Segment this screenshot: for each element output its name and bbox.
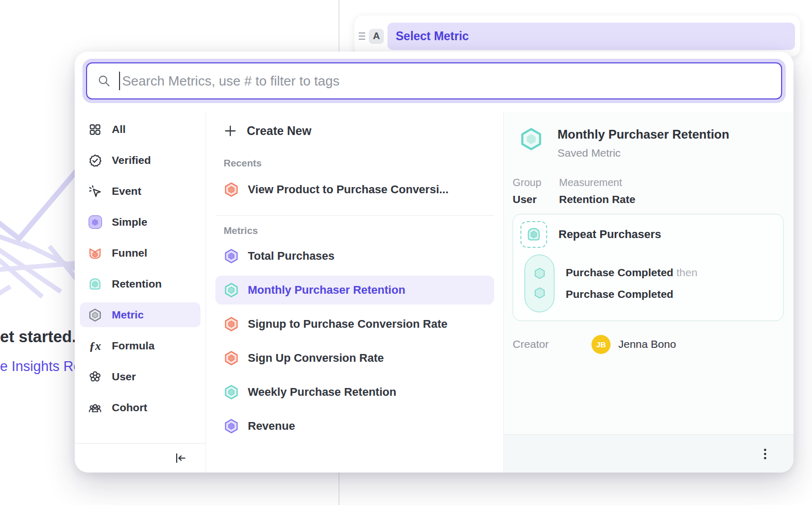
search-input[interactable]: Search Metrics, use # to filter to tags [86, 62, 782, 99]
creator-name: Jenna Bono [618, 338, 676, 350]
sidebar-item-metric[interactable]: Metric [80, 302, 200, 327]
retention-metric-hexagon-icon [224, 282, 239, 298]
step-hexagon-icon [533, 267, 546, 280]
recent-metric-item[interactable]: View Product to Purchase Conversi... [215, 175, 494, 204]
collapse-sidebar-icon[interactable] [174, 451, 187, 465]
step-capsule [525, 255, 554, 312]
metric-list-column: Create New Recents View Product to Purch… [206, 112, 504, 473]
retention-behavior-icon [526, 227, 542, 242]
list-item-label: View Product to Purchase Conversi... [248, 183, 449, 196]
sidebar-item-verified[interactable]: Verified [80, 148, 200, 173]
kebab-menu-icon[interactable] [759, 447, 771, 461]
metric-hexagon-icon [88, 308, 102, 322]
creator-label: Creator [513, 338, 591, 350]
background-partial-heading: et started. [0, 328, 76, 346]
details-title: Monthly Purchaser Retention [557, 127, 729, 142]
behavior-dashed-box [520, 221, 547, 248]
measurement-label: Measurement [559, 177, 635, 189]
saved-metric-hexagon-icon [519, 127, 543, 151]
recents-section-label: Recents [215, 158, 494, 169]
grid-icon [88, 123, 102, 137]
metric-picker-modal: Search Metrics, use # to filter to tags … [75, 52, 793, 473]
event-cursor-icon [88, 184, 102, 198]
list-item-label: Weekly Purchase Retention [248, 385, 396, 399]
list-item-label: Total Purchases [248, 249, 334, 263]
details-footer [504, 434, 793, 473]
list-item-label: Revenue [248, 419, 295, 433]
sidebar-item-formula[interactable]: ƒx Formula [80, 333, 200, 358]
funnel-metric-hexagon-icon [224, 182, 239, 197]
group-label: Group [513, 177, 559, 189]
sidebar-item-funnel[interactable]: Funnel [80, 241, 200, 265]
list-item-label: Monthly Purchaser Retention [248, 283, 405, 297]
creator-avatar: JB [591, 335, 611, 354]
behavior-name: Repeat Purchasers [559, 228, 661, 241]
cohort-people-icon [88, 401, 102, 415]
step-connector: then [676, 266, 698, 278]
sidebar-item-simple[interactable]: Simple [80, 210, 200, 234]
step-event-2: Purchase Completed [566, 288, 698, 300]
list-item-label: Signup to Purchase Conversion Rate [248, 317, 448, 331]
creator-row: Creator JB Jenna Bono [504, 335, 793, 354]
funnel-metric-hexagon-icon [224, 350, 239, 366]
sidebar-item-label: Retention [112, 278, 162, 290]
details-header: Monthly Purchaser Retention Saved Metric [504, 127, 793, 159]
series-letter-badge[interactable]: A [369, 29, 384, 44]
metric-details-panel: Monthly Purchaser Retention Saved Metric… [504, 112, 793, 473]
list-divider [215, 215, 494, 216]
step-event-1: Purchase Completed then [566, 266, 698, 279]
retention-metric-hexagon-icon [224, 384, 239, 400]
sidebar-footer [75, 443, 206, 473]
create-new-label: Create New [247, 124, 311, 138]
simple-metric-hexagon-icon [224, 418, 239, 434]
search-icon [97, 74, 111, 88]
sidebar-item-all[interactable]: All [80, 117, 200, 142]
simple-hexagon-icon [88, 215, 102, 229]
details-meta: Group User Measurement Retention Rate [504, 177, 793, 206]
sidebar-item-label: User [112, 371, 136, 383]
sidebar-item-event[interactable]: Event [80, 179, 200, 204]
select-metric-button[interactable]: Select Metric [387, 23, 795, 50]
metrics-section-label: Metrics [215, 225, 494, 237]
search-focus-ring: Search Metrics, use # to filter to tags [82, 59, 786, 103]
sidebar-item-cohort[interactable]: Cohort [80, 395, 200, 420]
create-new-button[interactable]: Create New [215, 119, 494, 143]
details-subtitle: Saved Metric [557, 147, 729, 159]
type-filter-sidebar: All Verified [75, 112, 206, 473]
metric-list-item[interactable]: Signup to Purchase Conversion Rate [215, 310, 494, 339]
search-placeholder: Search Metrics, use # to filter to tags [122, 73, 340, 89]
funnel-icon [88, 246, 102, 260]
sidebar-item-label: Cohort [112, 401, 147, 414]
sidebar-item-retention[interactable]: Retention [80, 272, 200, 296]
metric-list-item[interactable]: Weekly Purchase Retention [215, 378, 494, 407]
user-cluster-icon [88, 370, 102, 384]
metric-list-item[interactable]: Sign Up Conversion Rate [215, 344, 494, 373]
drag-handle-icon[interactable] [357, 32, 367, 39]
sidebar-item-label: All [112, 123, 126, 136]
sidebar-item-label: Formula [112, 340, 155, 352]
sidebar-item-label: Event [112, 185, 141, 197]
retention-arch-icon [88, 277, 102, 291]
metric-definition-card: Repeat Purchasers Purchase Completed the… [513, 214, 784, 321]
sidebar-item-label: Funnel [112, 247, 147, 259]
measurement-value: Retention Rate [559, 193, 635, 206]
sidebar-item-label: Verified [112, 154, 151, 166]
sidebar-item-label: Simple [112, 216, 147, 228]
group-value: User [513, 193, 559, 206]
verified-badge-icon [88, 154, 102, 167]
step-hexagon-icon [533, 287, 546, 299]
metric-query-row: A Select Metric [354, 15, 800, 57]
metric-list-item-selected[interactable]: Monthly Purchaser Retention [215, 276, 494, 305]
sidebar-item-label: Metric [112, 309, 144, 321]
text-caret [119, 72, 120, 90]
metric-list-item[interactable]: Revenue [215, 412, 494, 441]
simple-metric-hexagon-icon [224, 248, 239, 264]
list-item-label: Sign Up Conversion Rate [248, 351, 384, 365]
background-partial-link[interactable]: e Insights Re [0, 359, 81, 375]
plus-icon [224, 124, 237, 138]
funnel-metric-hexagon-icon [224, 316, 239, 332]
sidebar-item-user[interactable]: User [80, 364, 200, 389]
metric-list-item[interactable]: Total Purchases [215, 242, 494, 271]
formula-fx-icon: ƒx [88, 339, 102, 353]
